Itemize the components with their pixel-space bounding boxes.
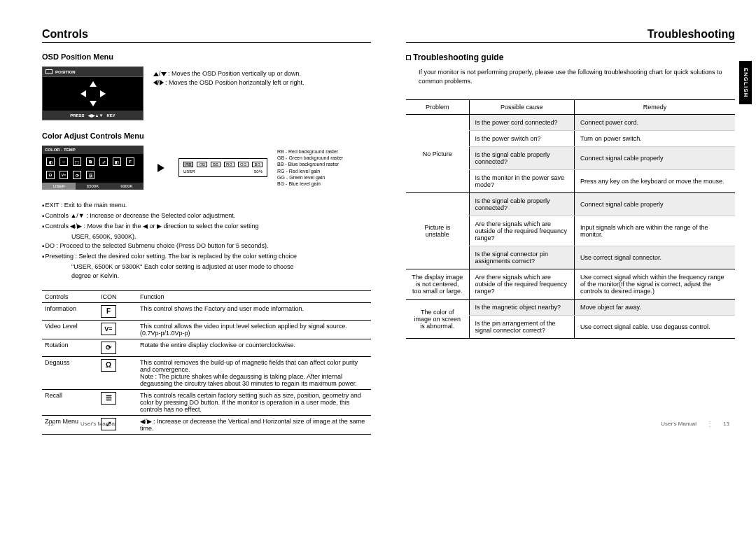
triangle-up-icon xyxy=(90,81,97,87)
osd-footer-key: KEY xyxy=(106,113,115,118)
legend-gb: GB - Green background raster xyxy=(277,155,343,161)
osd-desc-horizontal: : Moves the OSD Position horizontally le… xyxy=(165,79,304,86)
troubleshooting-table: Problem Possible cause Remedy No Picture… xyxy=(406,99,735,339)
note-exit: EXIT : Exit to the main menu. xyxy=(42,201,371,210)
geometry-icon: ⧉ xyxy=(86,157,94,166)
remedy-cell: Connect power cord. xyxy=(574,115,735,131)
info-f-icon: F xyxy=(126,157,134,166)
th-controls: Controls xyxy=(42,291,98,303)
remedy-cell: Connect signal cable properly xyxy=(574,193,735,216)
row-recall: Recall ☰ This controls recalls certain f… xyxy=(42,390,371,416)
degauss-icon: Ω xyxy=(46,171,55,179)
cell-gg: GG xyxy=(238,162,248,167)
recall-icon: ☲ xyxy=(86,171,94,179)
legend-rg: RG - Red level gain xyxy=(277,168,343,174)
triangle-right-icon xyxy=(100,90,106,97)
cell-deg-f: This control removes the build-up of mag… xyxy=(140,359,358,373)
cell-deg-note: Note : The picture shakes while degaussi… xyxy=(140,373,357,387)
cell-deg-c: Degauss xyxy=(42,357,98,390)
note-do: DO : Proceed to the selected Submenu cho… xyxy=(42,241,371,251)
cell-bb: BB xyxy=(211,162,220,167)
osd-panel-title: POSITION xyxy=(55,70,76,74)
note-preset-2: "USER, 6500K or 9300K" Each color settin… xyxy=(42,262,371,272)
legend-bg: BG - Blue level gain xyxy=(277,181,343,187)
rotate-icon: ⟳ xyxy=(101,342,116,354)
legend-gg: GG - Green level gain xyxy=(277,174,343,181)
legend-rb: RB - Red background raster xyxy=(277,148,343,155)
cell-gb: GB xyxy=(197,162,207,167)
cell-vid-f: This control allows the video input leve… xyxy=(137,321,371,339)
table-row: The color of image on screen is abnormal… xyxy=(406,300,735,316)
cause-cell: Is the power cord connected? xyxy=(469,115,574,131)
remedy-cell: Press any key on the keyboard or move th… xyxy=(574,170,735,193)
color-adjust-heading: Color Adjust Controls Menu xyxy=(42,132,371,140)
degauss-icon: Ω xyxy=(101,359,116,372)
footer-right: User's Manual 13 xyxy=(661,420,729,428)
triangle-left-icon xyxy=(80,90,86,97)
note-ctrl-vert: Controls ▲/▼ : Increase or decrease the … xyxy=(42,211,371,220)
osd-color-title: COLOR - TEMP xyxy=(42,146,144,154)
cell-rg: RG xyxy=(224,162,234,167)
cell-rot-f: Rotate the entire display clockwise or c… xyxy=(137,339,371,357)
troubleshooting-intro: If your monitor is not performing proper… xyxy=(406,68,735,85)
cause-cell: Is the signal connector pin assignments … xyxy=(469,246,574,269)
cell-rec-f: This controls recalls certain factory se… xyxy=(137,390,371,416)
cause-cell: Are there signals which are outside of t… xyxy=(469,269,574,300)
remedy-cell: Use correct signal connector. xyxy=(574,246,735,269)
row-video-level: Video Level V= This control allows the v… xyxy=(42,321,371,339)
page-label-left: User's Manual xyxy=(80,421,116,427)
table-row: Picture is unstableIs the signal cable p… xyxy=(406,193,735,216)
cause-cell: Is the signal cable properly connected? xyxy=(469,193,574,216)
row-degauss: Degauss Ω This control removes the build… xyxy=(42,357,371,390)
cell-info-c: Information xyxy=(42,303,98,321)
color-subpanel: RB GB BB RG GG BG USER50% xyxy=(178,158,267,177)
page-label-right: User's Manual xyxy=(661,421,696,427)
row-information: Information F This control shows the Fac… xyxy=(42,303,371,321)
bullet-icon xyxy=(406,55,411,60)
triangle-down-icon xyxy=(90,101,97,106)
cause-cell: Is the power switch on? xyxy=(469,131,574,147)
panel-user: USER xyxy=(183,169,195,174)
rotate-icon: ⟳ xyxy=(73,171,81,179)
tab-6500k: 6500K xyxy=(76,183,109,190)
cell-info-f: This control shows the Factory and user … xyxy=(137,303,371,321)
problem-cell: The display image is not centered, too s… xyxy=(406,269,469,300)
page-num-right: 13 xyxy=(723,421,729,427)
arrow-icon xyxy=(158,164,164,172)
problem-cell: The color of image on screen is abnormal… xyxy=(406,300,469,339)
brightness-icon: ☼ xyxy=(59,157,68,166)
tab-9300k: 9300K xyxy=(110,183,144,190)
legend-bb: BB - Blue background raster xyxy=(277,161,343,167)
vlevel-icon: V= xyxy=(59,171,68,179)
cell-bg: BG xyxy=(252,162,262,167)
remedy-cell: Move object far away. xyxy=(574,300,735,316)
recall-icon: ☰ xyxy=(101,392,116,405)
osd-color-panel: COLOR - TEMP ◐ ☼ ⬚ ⧉ ⤢ ◧ F Ω V= ⟳ ☲ USER… xyxy=(42,146,144,190)
submenu-icon: ◧ xyxy=(113,157,121,166)
remedy-cell: Connect signal cable properly xyxy=(574,147,735,170)
cell-rot-c: Rotation xyxy=(42,339,98,357)
size-icon: ⬚ xyxy=(73,157,81,166)
troubleshooting-guide-heading: Troubleshooting guide xyxy=(406,52,735,62)
remedy-cell: Turn on power switch. xyxy=(574,131,735,147)
info-f-icon: F xyxy=(101,305,116,318)
cell-zoom-f: ◀/▶ : Increase or decrease the Vertical … xyxy=(137,416,371,435)
th-icon: ICON xyxy=(98,291,137,303)
remedy-cell: Input signals which are within the range… xyxy=(574,216,735,246)
note-ctrl-horiz: Controls ◀/▶ : Move the bar in the ◀ or … xyxy=(42,222,371,231)
osd-desc-vertical: : Moves the OSD Position vertically up o… xyxy=(168,70,301,77)
table-row: No PictureIs the power cord connected?Co… xyxy=(406,115,735,131)
legend: RB - Red background raster GB - Green ba… xyxy=(277,148,343,187)
cause-cell: Is the pin arrangement of the signal con… xyxy=(469,316,574,339)
controls-table: Controls ICON Function Information F Thi… xyxy=(42,290,371,435)
problem-cell: No Picture xyxy=(406,115,469,193)
osd-footer-press: PRESS xyxy=(70,113,84,118)
contrast-icon: ◐ xyxy=(46,157,55,166)
tab-user: USER xyxy=(42,183,76,190)
th-cause: Possible cause xyxy=(469,100,574,115)
th-problem: Problem xyxy=(406,100,469,115)
cause-cell: Is the monitor in the power save mode? xyxy=(469,170,574,193)
panel-pct: 50% xyxy=(254,169,262,174)
page-title-right: Troubleshooting xyxy=(406,28,735,43)
osd-position-panel: POSITION PRESS ◀▶▲▼ KEY xyxy=(42,66,144,120)
